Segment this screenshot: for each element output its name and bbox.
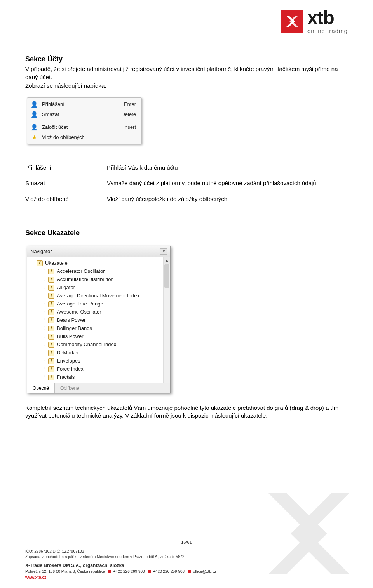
- page-footer: 15/61 IČO: 27867102 DIČ: CZ27867102 Zaps…: [25, 539, 348, 580]
- scroll-thumb[interactable]: [164, 264, 169, 288]
- tree-item-label: Force Index: [57, 366, 84, 373]
- function-icon: f: [48, 277, 54, 283]
- function-icon: f: [48, 334, 54, 340]
- separator-icon: [188, 570, 191, 573]
- tree-item-label: Envelopes: [57, 357, 80, 364]
- tree-item-label: Accelerator Oscillator: [57, 268, 105, 275]
- navigator-panel: Navigátor ✕ ▲ − f Ukazatele ⋮fAccelerato…: [27, 246, 171, 393]
- tree-item[interactable]: ⋮fBollinger Bands: [30, 324, 162, 333]
- navigator-tabs: Obecné Oblíbené: [27, 383, 170, 393]
- scroll-up-icon[interactable]: ▲: [164, 257, 170, 264]
- collapse-icon[interactable]: −: [30, 261, 34, 265]
- section-ukazatele-title: Sekce Ukazatele: [25, 228, 348, 238]
- def-key: Vlož do oblíbené: [25, 191, 107, 207]
- logo-tagline: online trading: [307, 28, 348, 34]
- def-value: Vloží daný účet/položku do záložky oblíb…: [107, 191, 340, 207]
- function-icon: f: [48, 366, 54, 372]
- page-number: 15/61: [25, 539, 348, 546]
- tree-branch-icon: ⋮: [41, 309, 48, 315]
- tree-root-ukazatele[interactable]: − f Ukazatele: [30, 259, 162, 267]
- tree-item[interactable]: ⋮fAccelerator Oscillator: [30, 267, 162, 276]
- section1-para2: Zobrazí se následující nabídka:: [25, 82, 348, 90]
- context-menu-item-delete[interactable]: 👤 Smazat Delete: [28, 109, 141, 120]
- action-definitions-table: Přihlášení Přihlásí Vás k danému účtu Sm…: [25, 160, 340, 207]
- tree-item[interactable]: ⋮fCommodity Channel Index: [30, 341, 162, 349]
- tree-branch-icon: ⋮: [41, 334, 48, 340]
- tree-item-label: Alligator: [57, 284, 75, 291]
- footer-website[interactable]: www.xtb.cz: [25, 575, 348, 581]
- def-value: Vymaže daný účet z platformy, bude nutné…: [107, 175, 340, 191]
- tree-item[interactable]: ⋮fAverage Directional Movement Index: [30, 292, 162, 300]
- star-icon: ★: [30, 134, 38, 141]
- context-menu-item-login[interactable]: 👤 Přihlášení Enter: [28, 99, 141, 109]
- context-item-label: Založit účet: [42, 124, 123, 131]
- tree-item[interactable]: ⋮fBulls Power: [30, 333, 162, 341]
- user-delete-icon: 👤: [30, 111, 38, 118]
- tree-item[interactable]: ⋮fFractals: [30, 373, 162, 382]
- brand-logo: xtb online trading: [281, 9, 348, 34]
- function-icon: f: [48, 293, 54, 299]
- footer-email: office@xtb.cz: [193, 569, 216, 574]
- context-item-label: Smazat: [42, 111, 121, 118]
- tree-branch-icon: ⋮: [41, 375, 48, 380]
- function-icon: f: [48, 285, 54, 291]
- tab-obecne[interactable]: Obecné: [27, 383, 55, 393]
- section3-para: Kompletní seznam technických ukazatelů V…: [25, 404, 348, 420]
- tree-branch-icon: ⋮: [41, 301, 48, 307]
- logo-mark: [281, 10, 303, 33]
- tree-item-label: Average True Range: [57, 300, 103, 307]
- tree-branch-icon: ⋮: [41, 317, 48, 323]
- def-key: Smazat: [25, 175, 107, 191]
- context-menu-item-favorite[interactable]: ★ Vlož do oblíbených: [28, 132, 141, 142]
- tree-item[interactable]: ⋮fEnvelopes: [30, 357, 162, 365]
- user-add-icon: 👤: [30, 101, 38, 108]
- section-ucty-title: Sekce Účty: [25, 54, 348, 64]
- tree-branch-icon: ⋮: [41, 342, 48, 348]
- footer-company: X-Trade Brokers DM S.A., organizační slo…: [25, 562, 348, 569]
- user-create-icon: 👤: [30, 123, 38, 131]
- tree-item-label: Commodity Channel Index: [57, 341, 116, 348]
- tree-item[interactable]: ⋮fAverage True Range: [30, 300, 162, 308]
- tree-branch-icon: ⋮: [41, 326, 48, 331]
- tree-item-label: Bears Power: [57, 317, 85, 324]
- menu-separator: [40, 121, 140, 121]
- table-row: Vlož do oblíbené Vloží daný účet/položku…: [25, 191, 340, 207]
- tree-root-label: Ukazatele: [45, 260, 68, 267]
- table-row: Přihlášení Přihlásí Vás k danému účtu: [25, 160, 340, 175]
- footer-phone1: +420 226 269 900: [113, 569, 145, 574]
- tree-item[interactable]: ⋮fDeMarker: [30, 349, 162, 357]
- def-value: Přihlásí Vás k danému účtu: [107, 160, 340, 175]
- navigator-tree: − f Ukazatele ⋮fAccelerator Oscillator⋮f…: [30, 259, 162, 382]
- context-menu-item-create-account[interactable]: 👤 Založit účet Insert: [28, 122, 141, 132]
- tree-branch-icon: ⋮: [41, 350, 48, 356]
- tree-item[interactable]: ⋮fForce Index: [30, 365, 162, 373]
- context-item-label: Přihlášení: [42, 101, 124, 108]
- tree-item-label: Fractals: [57, 374, 75, 381]
- context-item-shortcut: Enter: [124, 101, 136, 108]
- section1-para1: V případě, že si přejete administrovat j…: [25, 65, 348, 81]
- context-item-label: Vlož do oblíbených: [42, 134, 136, 141]
- tab-oblibene[interactable]: Oblíbené: [55, 383, 85, 393]
- navigator-titlebar: Navigátor ✕: [27, 246, 170, 257]
- tree-item-label: Bollinger Bands: [57, 325, 92, 332]
- tree-branch-icon: ⋮: [41, 285, 48, 291]
- function-icon: f: [48, 350, 54, 356]
- tree-item-label: Awesome Oscillator: [57, 309, 101, 316]
- tree-item[interactable]: ⋮fAlligator: [30, 284, 162, 292]
- tree-branch-icon: ⋮: [41, 277, 48, 283]
- function-icon: f: [48, 342, 54, 348]
- close-icon[interactable]: ✕: [160, 248, 167, 255]
- tree-item[interactable]: ⋮fAwesome Oscillator: [30, 308, 162, 316]
- function-icon: f: [48, 317, 54, 323]
- scrollbar[interactable]: ▲: [163, 257, 170, 383]
- tree-item-label: DeMarker: [57, 349, 79, 356]
- tree-item[interactable]: ⋮fAccumulation/Distribution: [30, 276, 162, 284]
- tree-branch-icon: ⋮: [41, 358, 48, 364]
- function-icon: f: [48, 326, 54, 331]
- tree-item-label: Accumulation/Distribution: [57, 276, 114, 283]
- footer-ico: IČO: 27867102 DIČ: CZ27867102: [25, 549, 348, 555]
- context-item-shortcut: Insert: [123, 124, 136, 131]
- tree-item[interactable]: ⋮fBears Power: [30, 316, 162, 324]
- function-icon: f: [48, 358, 54, 364]
- footer-address: Pobřežní 12, 186 00 Praha 8, Česká repub…: [25, 569, 105, 574]
